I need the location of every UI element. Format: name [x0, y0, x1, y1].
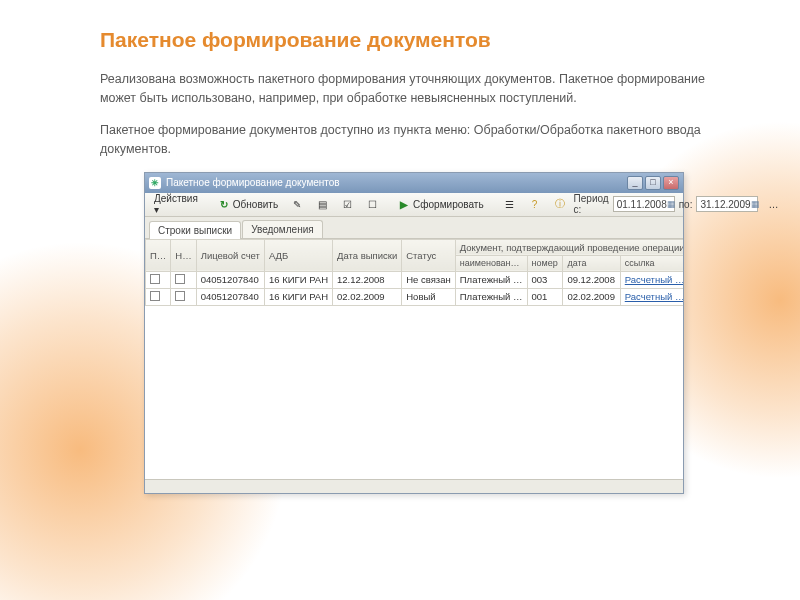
row-check1[interactable]: [146, 271, 171, 288]
cell-doc-number: 003: [527, 271, 563, 288]
col-doc-name[interactable]: наименован…: [455, 255, 527, 271]
cell-doc-name: Платежный …: [455, 288, 527, 305]
cell-doc-link[interactable]: Расчетный …: [620, 288, 683, 305]
info-button[interactable]: ⓘ: [549, 195, 571, 213]
cell-account: 04051207840: [196, 288, 264, 305]
period-to-input[interactable]: 31.12.2009 ▦: [696, 196, 758, 212]
tab-strip: Строки выписки Уведомления: [145, 217, 683, 239]
titlebar: ✳ Пакетное формирование документов _ □ ×: [145, 173, 683, 193]
minimize-button[interactable]: _: [627, 176, 643, 190]
status-bar: [145, 479, 683, 493]
form-button[interactable]: ▶ Сформировать: [393, 195, 489, 213]
period-from-input[interactable]: 01.11.2008 ▦: [613, 196, 675, 212]
col-adb[interactable]: АДБ: [264, 239, 332, 271]
cell-adb: 16 КИГИ РАН: [264, 288, 332, 305]
app-icon: ✳: [149, 177, 161, 189]
cell-doc-link[interactable]: Расчетный …: [620, 271, 683, 288]
info-icon: ⓘ: [554, 198, 566, 210]
list-button[interactable]: ☰: [499, 195, 521, 213]
help-icon: ?: [529, 198, 541, 210]
col-mark2[interactable]: Н…: [171, 239, 196, 271]
cell-doc-date: 09.12.2008: [563, 271, 620, 288]
table-row[interactable]: 0405120784016 КИГИ РАН12.12.2008Не связа…: [146, 271, 684, 288]
checkbox-off-icon: ☐: [366, 198, 378, 210]
checkbox-on-icon: ☑: [341, 198, 353, 210]
cell-account: 04051207840: [196, 271, 264, 288]
toolbar: Действия ▾ ↻ Обновить ✎ ▤ ☑ ☐ ▶ Сформиро…: [145, 193, 683, 217]
period-from-value: 01.11.2008: [617, 199, 667, 210]
intro-paragraph-1: Реализована возможность пакетного формир…: [100, 70, 728, 109]
page-title: Пакетное формирование документов: [100, 28, 728, 52]
close-button[interactable]: ×: [663, 176, 679, 190]
period-picker-button[interactable]: …: [762, 195, 784, 213]
row-check1[interactable]: [146, 288, 171, 305]
help-button[interactable]: ?: [524, 195, 546, 213]
doc-button[interactable]: ▤: [311, 195, 333, 213]
tab-statement-lines[interactable]: Строки выписки: [149, 221, 241, 239]
pencil-icon: ✎: [291, 198, 303, 210]
tab-notifications[interactable]: Уведомления: [242, 220, 323, 238]
calendar-icon[interactable]: ▦: [751, 199, 760, 209]
data-grid: П… Н… Лицевой счет АДБ Дата выписки Стат…: [145, 239, 683, 306]
period-to-label: по:: [679, 199, 693, 210]
play-icon: ▶: [398, 198, 410, 210]
cell-adb: 16 КИГИ РАН: [264, 271, 332, 288]
uncheckall-button[interactable]: ☐: [361, 195, 383, 213]
col-mark1[interactable]: П…: [146, 239, 171, 271]
cell-doc-date: 02.02.2009: [563, 288, 620, 305]
cell-status: Не связан: [402, 271, 456, 288]
col-status[interactable]: Статус: [402, 239, 456, 271]
calendar-icon[interactable]: ▦: [667, 199, 676, 209]
cell-doc-number: 001: [527, 288, 563, 305]
checkall-button[interactable]: ☑: [336, 195, 358, 213]
col-account[interactable]: Лицевой счет: [196, 239, 264, 271]
grid-area: П… Н… Лицевой счет АДБ Дата выписки Стат…: [145, 239, 683, 479]
table-row[interactable]: 0405120784016 КИГИ РАН02.02.2009НовыйПла…: [146, 288, 684, 305]
col-group-document: Документ, подтверждающий проведение опер…: [455, 239, 683, 255]
actions-menu[interactable]: Действия ▾: [149, 195, 203, 213]
window-title: Пакетное формирование документов: [166, 177, 340, 188]
row-check2[interactable]: [171, 271, 196, 288]
row-check2[interactable]: [171, 288, 196, 305]
maximize-button[interactable]: □: [645, 176, 661, 190]
refresh-icon: ↻: [218, 198, 230, 210]
col-doc-number[interactable]: номер: [527, 255, 563, 271]
cell-date: 12.12.2008: [333, 271, 402, 288]
period-filter: Период с: 01.11.2008 ▦ по: 31.12.2009 ▦ …: [574, 193, 785, 215]
period-to-value: 31.12.2009: [700, 199, 750, 210]
edit-button[interactable]: ✎: [286, 195, 308, 213]
doc-link[interactable]: Расчетный …: [625, 291, 683, 302]
app-window: ✳ Пакетное формирование документов _ □ ×…: [144, 172, 684, 494]
cell-date: 02.02.2009: [333, 288, 402, 305]
document-icon: ▤: [316, 198, 328, 210]
form-label: Сформировать: [413, 199, 484, 210]
doc-link[interactable]: Расчетный …: [625, 274, 683, 285]
period-label: Период с:: [574, 193, 609, 215]
col-doc-date[interactable]: дата: [563, 255, 620, 271]
intro-paragraph-2: Пакетное формирование документов доступн…: [100, 121, 728, 160]
cell-status: Новый: [402, 288, 456, 305]
refresh-label: Обновить: [233, 199, 278, 210]
list-icon: ☰: [504, 198, 516, 210]
col-doc-link[interactable]: ссылка: [620, 255, 683, 271]
ellipsis-icon: …: [767, 198, 779, 210]
refresh-button[interactable]: ↻ Обновить: [213, 195, 283, 213]
cell-doc-name: Платежный …: [455, 271, 527, 288]
col-statement-date[interactable]: Дата выписки: [333, 239, 402, 271]
